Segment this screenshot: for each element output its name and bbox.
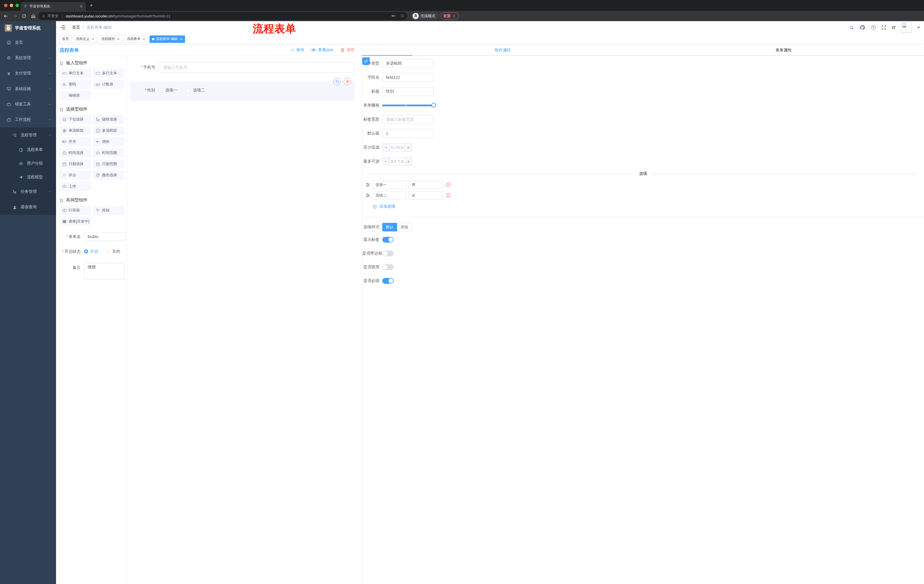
remove-option-icon[interactable] (446, 193, 451, 198)
forward-icon[interactable] (12, 13, 18, 19)
field-name-input[interactable] (382, 73, 434, 82)
component-type-select[interactable]: 多选框组 (382, 59, 434, 68)
component-item-table[interactable]: 表格[开发中] (59, 217, 91, 226)
plus-icon[interactable]: + (405, 158, 412, 165)
plus-icon[interactable]: + (405, 143, 412, 151)
component-item-editor[interactable]: 编辑器 (59, 91, 91, 100)
home-icon[interactable] (30, 13, 36, 19)
default-value-input[interactable] (382, 129, 434, 138)
form-grid-slider[interactable] (382, 105, 434, 106)
component-item-slider[interactable]: 滑块 (93, 137, 124, 146)
macos-minimize-button[interactable] (10, 4, 13, 7)
checkbox-icon[interactable] (186, 88, 190, 92)
component-item-time-picker[interactable]: 时间选择 (59, 148, 91, 158)
breadcrumb-home[interactable]: 首页 (72, 25, 80, 30)
copy-component-button[interactable] (333, 78, 341, 85)
component-item-time-range[interactable]: 时间范围 (93, 148, 124, 158)
option-label-input[interactable] (372, 191, 406, 200)
component-item-cascader[interactable]: 级联选择 (93, 115, 124, 124)
tag-process-form[interactable]: 流程表单✕ (124, 35, 148, 43)
close-icon[interactable]: ✕ (117, 37, 120, 41)
tag-home[interactable]: 首页 (59, 35, 71, 43)
canvas-field-phone[interactable]: *手机号 (127, 62, 355, 72)
macos-close-button[interactable] (4, 4, 7, 7)
component-item-textarea[interactable]: 多行文本 (93, 69, 124, 78)
status-radio-on[interactable]: 开启 (84, 247, 98, 256)
close-icon[interactable]: ✕ (180, 37, 182, 41)
component-item-single-text[interactable]: 单行文本 (59, 69, 91, 78)
gender-checkbox-1[interactable]: 选项一 (159, 88, 177, 93)
form-canvas[interactable]: *手机号 *性别 选项一 选项二 (127, 56, 362, 292)
component-item-color-picker[interactable]: 颜色选择 (93, 171, 124, 180)
security-warning-icon[interactable]: ⚠ (42, 14, 45, 18)
new-tab-icon[interactable]: + (90, 2, 93, 8)
bookmark-star-icon[interactable]: ☆ (400, 13, 404, 18)
component-item-button[interactable]: 按钮 (93, 206, 124, 215)
url-bar[interactable]: ⚠ 不安全 dashboard.yudao.iocoder.cn/bpm/man… (38, 12, 407, 20)
sidebar-item-home[interactable]: 首页 (0, 35, 56, 50)
browser-menu-icon[interactable]: ⋮ (452, 14, 456, 18)
form-name-input[interactable] (84, 232, 126, 241)
app-logo[interactable]: 芋道管理系统 (0, 21, 56, 35)
show-label-switch[interactable] (382, 237, 394, 243)
sidebar-item-infra[interactable]: 基础设施 (0, 81, 56, 97)
checkbox-icon[interactable] (159, 88, 163, 92)
remark-textarea[interactable]: 嘿嘿 (84, 263, 125, 280)
tag-process-definition[interactable]: 流程定义✕ (73, 35, 97, 43)
style-default-button[interactable]: 默认 (382, 223, 397, 232)
slider-thumb[interactable] (431, 103, 436, 107)
tag-process-model[interactable]: 流程模型✕ (99, 35, 122, 43)
phone-input[interactable] (159, 62, 355, 72)
disabled-switch[interactable] (382, 264, 394, 270)
tab-component-props[interactable]: 组件属性 (362, 44, 462, 55)
close-icon[interactable]: ✕ (142, 37, 145, 41)
macos-zoom-button[interactable] (15, 4, 19, 7)
component-item-switch[interactable]: 开关 (59, 137, 91, 146)
minus-icon[interactable]: − (383, 143, 389, 151)
status-radio-off[interactable]: 关闭 (106, 247, 120, 256)
component-item-radio-group[interactable]: 单选框组 (59, 126, 91, 135)
browser-tab[interactable]: 芋道管理系统 ✕ (21, 2, 86, 11)
sidebar-item-task-mgmt[interactable]: 任务管理 (0, 184, 56, 199)
component-item-date-picker[interactable]: 日期选择 (59, 160, 91, 169)
gender-field[interactable]: *性别 选项一 选项二 (130, 81, 355, 93)
min-select-input[interactable] (389, 143, 405, 151)
drag-handle-icon[interactable] (366, 183, 370, 187)
canvas-field-gender-selected[interactable]: *性别 选项一 选项二 (130, 81, 355, 101)
style-button-button[interactable]: 按钮 (397, 223, 412, 232)
hamburger-icon[interactable] (60, 25, 66, 30)
required-switch[interactable] (382, 278, 394, 284)
tag-process-form-edit[interactable]: 流程表单-编辑✕ (150, 35, 185, 43)
data-binding-link-icon[interactable] (362, 58, 370, 65)
remove-option-icon[interactable] (446, 182, 451, 188)
sidebar-item-devtools[interactable]: 研发工具 (0, 97, 56, 112)
save-button[interactable]: ✓ 保存 (291, 48, 304, 53)
tab-close-icon[interactable]: ✕ (80, 4, 83, 8)
option-label-input[interactable] (372, 181, 406, 189)
sidebar-item-payment[interactable]: ¥ 支付管理 (0, 66, 56, 81)
gender-checkbox-2[interactable]: 选项二 (186, 88, 205, 93)
sidebar-item-workflow[interactable]: 工作流程 (0, 112, 56, 127)
component-item-password[interactable]: 密码 (59, 80, 91, 89)
title-input[interactable] (382, 87, 434, 96)
drag-handle-icon[interactable] (366, 193, 370, 198)
component-item-row-container[interactable]: 行容器 (59, 206, 91, 215)
reload-icon[interactable] (21, 13, 27, 19)
component-item-upload[interactable]: 上传 (59, 182, 91, 191)
component-item-counter[interactable]: 123 计数器 (93, 80, 124, 89)
add-option-button[interactable]: 添加选项 (373, 204, 462, 209)
clear-button[interactable]: 清空 (340, 48, 355, 53)
back-icon[interactable] (3, 13, 8, 19)
sidebar-item-system[interactable]: ⚙ 系统管理 (0, 50, 56, 66)
delete-component-button[interactable] (344, 78, 351, 85)
minus-icon[interactable]: − (383, 158, 389, 165)
sidebar-item-process-mgmt[interactable]: 流程管理 (0, 127, 56, 143)
component-item-date-range[interactable]: 日期范围 (93, 160, 124, 169)
option-value-input[interactable] (409, 191, 443, 200)
sidebar-item-process-form[interactable]: 流程表单 (0, 143, 56, 156)
max-select-input[interactable] (389, 158, 405, 165)
browser-update-button[interactable]: 更新 ⋮ (441, 12, 459, 20)
component-item-checkbox-group[interactable]: 多选框组 (93, 126, 124, 135)
component-item-rate[interactable]: ☆ 评分 (59, 171, 91, 180)
component-item-select[interactable]: 下拉选择 (59, 115, 91, 124)
